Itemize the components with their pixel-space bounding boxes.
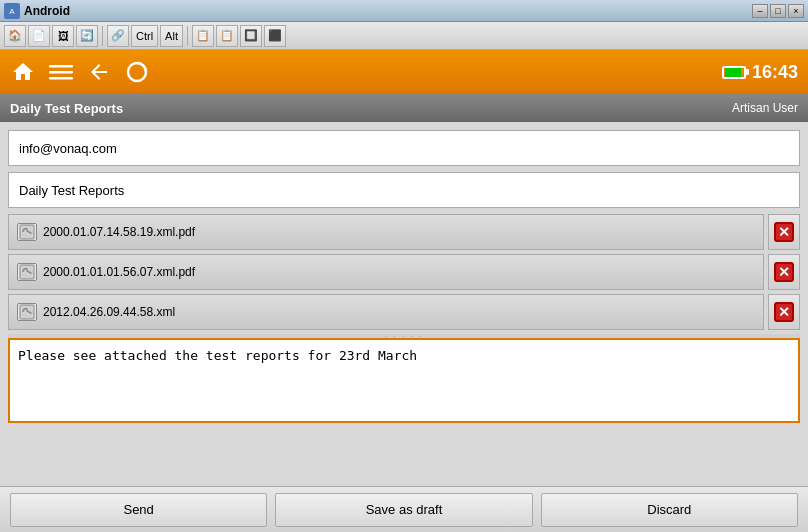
svg-rect-8 xyxy=(20,305,34,319)
toolbar-home-btn[interactable]: 🏠 xyxy=(4,25,26,47)
delete-attachment-2-button[interactable]: ✕ xyxy=(768,254,800,290)
window-body: 16:43 Daily Test Reports Artisan User in… xyxy=(0,50,808,532)
battery-icon xyxy=(722,66,746,79)
close-button[interactable]: × xyxy=(788,4,804,18)
attachment-icon-2 xyxy=(17,263,37,281)
toolbar-refresh-btn[interactable]: 🔄 xyxy=(76,25,98,47)
window-titlebar: A Android – □ × xyxy=(0,0,808,22)
svg-rect-7 xyxy=(20,265,34,279)
save-draft-button[interactable]: Save as draft xyxy=(275,493,532,527)
clock-time: 16:43 xyxy=(752,62,798,83)
svg-rect-2 xyxy=(49,65,73,68)
refresh-nav-icon[interactable] xyxy=(124,59,150,85)
toolbar: 🏠 📄 🖼 🔄 🔗 Ctrl Alt 📋 📋 🔲 ⬛ xyxy=(0,22,808,50)
email-field[interactable]: info@vonaq.com xyxy=(8,130,800,166)
toolbar-ctrl-btn[interactable]: Ctrl xyxy=(131,25,158,47)
toolbar-link-btn[interactable]: 🔗 xyxy=(107,25,129,47)
toolbar-new-btn[interactable]: 📄 xyxy=(28,25,50,47)
discard-button[interactable]: Discard xyxy=(541,493,798,527)
subject-value: Daily Test Reports xyxy=(19,183,124,198)
toolbar-copy-btn[interactable]: 📋 xyxy=(192,25,214,47)
window-controls: – □ × xyxy=(752,4,804,18)
x-icon-1: ✕ xyxy=(774,222,794,242)
menu-nav-icon[interactable] xyxy=(48,59,74,85)
app-title: Daily Test Reports xyxy=(10,101,123,116)
window-title: Android xyxy=(24,4,70,18)
bottom-buttons: Send Save as draft Discard xyxy=(0,486,808,532)
email-value: info@vonaq.com xyxy=(19,141,117,156)
attachment-filename-3: 2012.04.26.09.44.58.xml xyxy=(43,305,175,319)
delete-attachment-3-button[interactable]: ✕ xyxy=(768,294,800,330)
maximize-button[interactable]: □ xyxy=(770,4,786,18)
x-icon-2: ✕ xyxy=(774,262,794,282)
discard-label: Discard xyxy=(647,502,691,517)
toolbar-sep-2 xyxy=(187,26,188,46)
main-content: info@vonaq.com Daily Test Reports 2000.0… xyxy=(0,122,808,486)
attachment-row-3: 2012.04.26.09.44.58.xml ✕ xyxy=(8,294,800,330)
minimize-button[interactable]: – xyxy=(752,4,768,18)
svg-rect-6 xyxy=(20,225,34,239)
toolbar-image-btn[interactable]: 🖼 xyxy=(52,25,74,47)
x-icon-3: ✕ xyxy=(774,302,794,322)
attachment-filename-2: 2000.01.01.01.56.07.xml.pdf xyxy=(43,265,195,279)
attachment-field-1: 2000.01.07.14.58.19.xml.pdf xyxy=(8,214,764,250)
toolbar-paste-btn[interactable]: 📋 xyxy=(216,25,238,47)
attachment-row-2: 2000.01.01.01.56.07.xml.pdf ✕ xyxy=(8,254,800,290)
attachment-row-1: 2000.01.07.14.58.19.xml.pdf ✕ xyxy=(8,214,800,250)
send-label: Send xyxy=(123,502,153,517)
attachment-filename-1: 2000.01.07.14.58.19.xml.pdf xyxy=(43,225,195,239)
svg-rect-3 xyxy=(49,71,73,74)
app-user: Artisan User xyxy=(732,101,798,115)
attachment-field-3: 2012.04.26.09.44.58.xml xyxy=(8,294,764,330)
subject-field[interactable]: Daily Test Reports xyxy=(8,172,800,208)
toolbar-block-btn[interactable]: ⬛ xyxy=(264,25,286,47)
app-header: Daily Test Reports Artisan User xyxy=(0,94,808,122)
attachment-icon-1 xyxy=(17,223,37,241)
attachment-field-2: 2000.01.01.01.56.07.xml.pdf xyxy=(8,254,764,290)
svg-text:A: A xyxy=(9,7,15,16)
home-nav-icon[interactable] xyxy=(10,59,36,85)
toolbar-alt-btn[interactable]: Alt xyxy=(160,25,183,47)
svg-rect-4 xyxy=(49,77,73,80)
toolbar-sep-1 xyxy=(102,26,103,46)
delete-attachment-1-button[interactable]: ✕ xyxy=(768,214,800,250)
toolbar-box-btn[interactable]: 🔲 xyxy=(240,25,262,47)
android-icon: A xyxy=(4,3,20,19)
save-draft-label: Save as draft xyxy=(366,502,443,517)
body-textarea[interactable]: Please see attached the test reports for… xyxy=(8,338,800,423)
send-button[interactable]: Send xyxy=(10,493,267,527)
android-time-display: 16:43 xyxy=(722,62,798,83)
back-nav-icon[interactable] xyxy=(86,59,112,85)
window-title-left: A Android xyxy=(4,3,70,19)
android-nav-icons xyxy=(10,59,150,85)
battery-fill xyxy=(725,68,741,77)
attachment-icon-3 xyxy=(17,303,37,321)
android-header: 16:43 xyxy=(0,50,808,94)
